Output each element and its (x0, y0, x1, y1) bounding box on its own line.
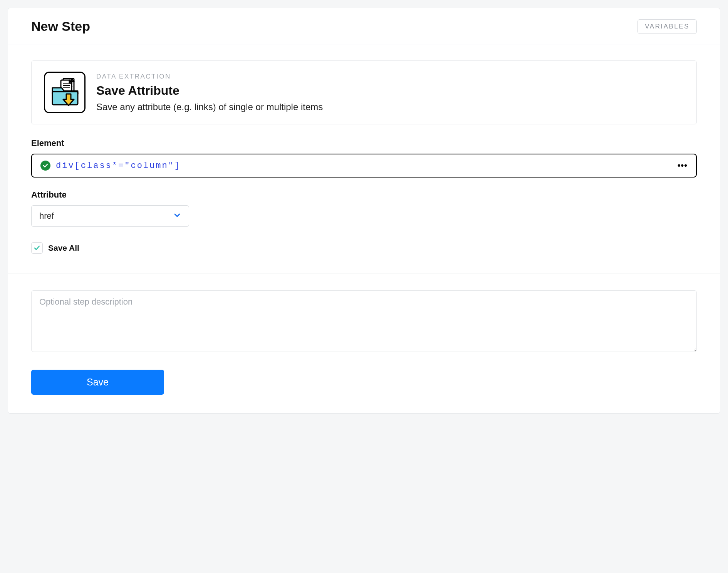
attribute-label: Attribute (31, 190, 697, 200)
variables-button[interactable]: VARIABLES (637, 19, 697, 34)
attribute-select[interactable]: href (31, 205, 189, 227)
folder-download-icon (44, 72, 86, 113)
step-name: Save Attribute (96, 84, 323, 98)
svg-rect-8 (52, 92, 78, 105)
save-button[interactable]: Save (31, 370, 164, 395)
element-selector-field[interactable]: div[class*="column"] ••• (31, 154, 697, 178)
element-label: Element (31, 138, 697, 148)
panel-body: DATA EXTRACTION Save Attribute Save any … (8, 45, 720, 254)
save-all-checkbox[interactable] (31, 242, 43, 254)
checkmark-circle-icon (40, 161, 50, 171)
description-textarea[interactable] (31, 290, 697, 352)
step-type-card: DATA EXTRACTION Save Attribute Save any … (31, 60, 697, 124)
step-panel: New Step VARIABLES (8, 8, 720, 414)
save-all-row: Save All (31, 242, 697, 254)
save-all-label: Save All (48, 243, 79, 253)
attribute-selected-value: href (39, 211, 54, 221)
more-dots-icon[interactable]: ••• (678, 161, 688, 171)
panel-header: New Step VARIABLES (8, 8, 720, 45)
panel-footer: Save (8, 273, 720, 413)
chevron-down-icon (173, 211, 181, 221)
element-selector-value: div[class*="column"] (56, 161, 672, 171)
step-description: Save any attribute (e.g. links) of singl… (96, 102, 323, 112)
page-title: New Step (31, 19, 90, 34)
step-card-meta: DATA EXTRACTION Save Attribute Save any … (96, 73, 323, 112)
step-category: DATA EXTRACTION (96, 73, 323, 80)
